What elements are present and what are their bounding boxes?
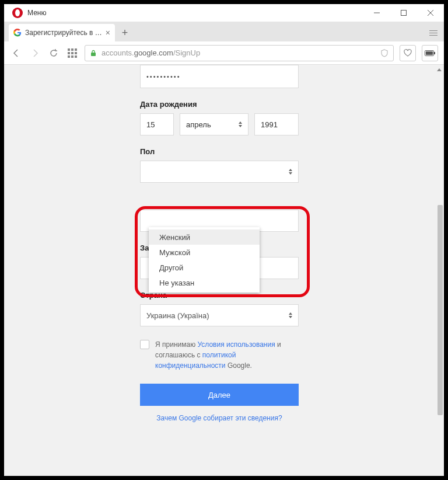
gender-option-female[interactable]: Женский <box>149 229 260 245</box>
chevron-updown-icon <box>239 121 242 127</box>
gender-dropdown: Женский Мужской Другой Не указан <box>149 227 260 293</box>
bookmark-button[interactable] <box>400 45 416 61</box>
close-window-button[interactable] <box>417 4 444 22</box>
why-link-row: Зачем Google собирает эти сведения? <box>140 414 299 422</box>
gender-option-unspecified[interactable]: Не указан <box>149 275 260 290</box>
address-bar: accounts.google.com/SignUp <box>4 41 444 65</box>
terms-checkbox[interactable] <box>140 340 149 349</box>
opera-icon <box>12 8 23 18</box>
tabstrip-menu-button[interactable] <box>423 24 444 41</box>
heart-icon <box>404 49 412 57</box>
country-value: Украина (Україна) <box>146 311 209 320</box>
tab-active[interactable]: Зарегистрируйтесь в Goo × <box>9 24 115 41</box>
scroll-up-icon[interactable] <box>434 65 444 75</box>
svg-rect-7 <box>426 51 433 55</box>
speed-dial-button[interactable] <box>66 48 79 58</box>
close-tab-icon[interactable]: × <box>106 28 110 37</box>
gender-option-other[interactable]: Другой <box>149 260 260 275</box>
dob-month-select[interactable]: апрель <box>180 113 249 135</box>
page-viewport: •••••••••• Дата рождения 15 апрель 1991 … <box>4 65 444 476</box>
forward-button[interactable] <box>29 48 41 58</box>
new-tab-button[interactable]: + <box>115 24 135 41</box>
next-button[interactable]: Далее <box>140 384 299 406</box>
dob-month-value: апрель <box>186 120 211 129</box>
minimize-button[interactable] <box>363 4 390 22</box>
terms-link[interactable]: Условия использования <box>197 340 275 349</box>
svg-rect-1 <box>401 11 407 16</box>
battery-icon <box>425 50 435 56</box>
menu-button[interactable]: Меню <box>27 9 46 17</box>
titlebar: Меню <box>4 4 444 22</box>
gender-option-male[interactable]: Мужской <box>149 245 260 260</box>
svg-rect-6 <box>434 52 435 54</box>
tab-title: Зарегистрируйтесь в Goo <box>25 29 102 37</box>
password-field[interactable]: •••••••••• <box>140 65 299 88</box>
shield-icon[interactable] <box>380 49 388 57</box>
chevron-updown-icon <box>289 169 292 175</box>
back-button[interactable] <box>10 48 23 58</box>
vertical-scrollbar[interactable] <box>434 65 444 476</box>
chevron-updown-icon <box>289 312 292 318</box>
dob-day-input[interactable]: 15 <box>140 113 174 135</box>
maximize-button[interactable] <box>390 4 417 22</box>
country-select[interactable]: Украина (Україна) <box>140 304 299 326</box>
scroll-thumb[interactable] <box>438 205 443 415</box>
hamburger-icon <box>429 30 438 36</box>
url-text: accounts.google.com/SignUp <box>102 48 200 57</box>
url-field[interactable]: accounts.google.com/SignUp <box>85 45 394 61</box>
lock-icon <box>90 50 97 57</box>
why-google-collects-link[interactable]: Зачем Google собирает эти сведения? <box>156 414 282 422</box>
browser-window: Меню Зарегистрируйтесь в Goo × + <box>4 4 444 476</box>
dob-year-input[interactable]: 1991 <box>254 113 299 135</box>
battery-button[interactable] <box>422 45 438 61</box>
gender-label: Пол <box>140 147 299 156</box>
google-favicon-icon <box>13 29 22 37</box>
tabstrip: Зарегистрируйтесь в Goo × + <box>4 22 444 41</box>
reload-button[interactable] <box>47 48 60 58</box>
gender-select[interactable] <box>140 161 299 183</box>
dob-label: Дата рождения <box>140 100 299 109</box>
terms-row: Я принимаю Условия использования и согла… <box>140 339 299 371</box>
svg-rect-4 <box>91 53 96 56</box>
terms-text: Я принимаю Условия использования и согла… <box>155 339 299 371</box>
